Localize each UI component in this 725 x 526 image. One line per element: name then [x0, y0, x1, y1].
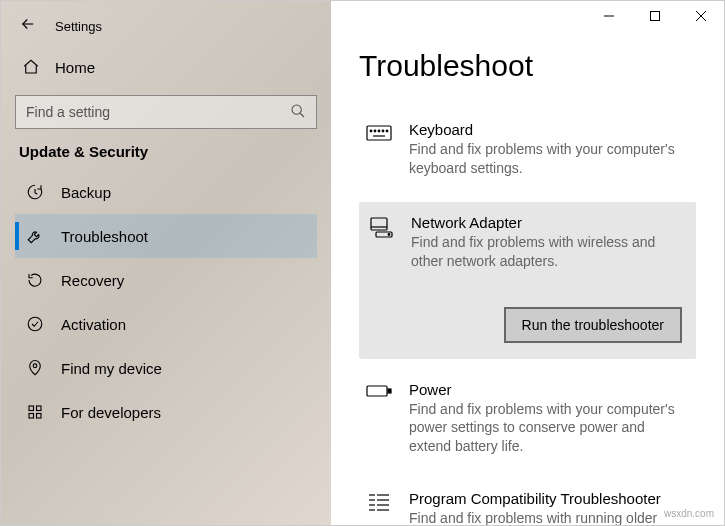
troubleshooter-title: Power: [409, 381, 686, 398]
troubleshooter-power[interactable]: Power Find and fix problems with your co…: [359, 371, 696, 469]
svg-rect-22: [367, 386, 387, 396]
back-icon[interactable]: [19, 15, 37, 37]
run-troubleshooter-button[interactable]: Run the troubleshooter: [504, 307, 682, 343]
sidebar-item-backup[interactable]: Backup: [15, 170, 317, 214]
network-icon: [367, 216, 395, 244]
section-title: Update & Security: [19, 143, 317, 160]
svg-rect-5: [29, 414, 34, 419]
home-icon: [21, 57, 41, 77]
svg-point-14: [378, 130, 380, 132]
watermark: wsxdn.com: [664, 508, 714, 519]
svg-rect-3: [29, 406, 34, 411]
troubleshooter-program-compatibility[interactable]: Program Compatibility Troubleshooter Fin…: [359, 480, 696, 525]
svg-point-13: [374, 130, 376, 132]
page-title: Troubleshoot: [359, 49, 696, 83]
sidebar-item-label: Activation: [61, 316, 126, 333]
troubleshooter-desc: Find and fix problems with your computer…: [409, 400, 686, 457]
svg-point-12: [370, 130, 372, 132]
svg-rect-6: [37, 414, 42, 419]
troubleshooter-network-adapter[interactable]: Network Adapter Find and fix problems wi…: [359, 202, 696, 359]
troubleshooter-title: Program Compatibility Troubleshooter: [409, 490, 686, 507]
main-panel: Troubleshoot Keyboard Find and fix probl…: [331, 1, 724, 525]
troubleshoot-icon: [25, 226, 45, 246]
svg-rect-8: [651, 12, 660, 21]
activation-icon: [25, 314, 45, 334]
troubleshooter-title: Keyboard: [409, 121, 686, 138]
svg-point-0: [292, 105, 301, 114]
svg-rect-11: [367, 126, 391, 140]
power-icon: [365, 383, 393, 411]
search-icon: [290, 103, 306, 122]
recovery-icon: [25, 270, 45, 290]
app-title: Settings: [55, 19, 102, 34]
find-device-icon: [25, 358, 45, 378]
home-label: Home: [55, 59, 95, 76]
svg-rect-4: [37, 406, 42, 411]
sidebar-item-recovery[interactable]: Recovery: [15, 258, 317, 302]
window-controls: [586, 1, 724, 31]
sidebar-item-label: Troubleshoot: [61, 228, 148, 245]
sidebar-item-label: For developers: [61, 404, 161, 421]
maximize-button[interactable]: [632, 1, 678, 31]
minimize-button[interactable]: [586, 1, 632, 31]
sidebar-item-home[interactable]: Home: [15, 47, 317, 87]
troubleshooter-title: Network Adapter: [411, 214, 682, 231]
keyboard-icon: [365, 123, 393, 151]
developers-icon: [25, 402, 45, 422]
svg-point-1: [28, 317, 42, 331]
svg-point-2: [33, 364, 37, 368]
settings-sidebar: Settings Home Find a setting Update & Se…: [1, 1, 331, 525]
close-button[interactable]: [678, 1, 724, 31]
troubleshooter-desc: Find and fix problems with wireless and …: [411, 233, 682, 271]
compat-icon: [365, 492, 393, 520]
sidebar-item-for-developers[interactable]: For developers: [15, 390, 317, 434]
sidebar-item-find-my-device[interactable]: Find my device: [15, 346, 317, 390]
svg-point-15: [382, 130, 384, 132]
title-bar: Settings: [1, 9, 331, 47]
svg-point-16: [386, 130, 388, 132]
sidebar-menu: Backup Troubleshoot Recovery Activation: [15, 170, 317, 434]
troubleshooter-keyboard[interactable]: Keyboard Find and fix problems with your…: [359, 111, 696, 190]
backup-icon: [25, 182, 45, 202]
sidebar-item-activation[interactable]: Activation: [15, 302, 317, 346]
troubleshooter-desc: Find and fix problems with running older…: [409, 509, 686, 525]
search-input[interactable]: Find a setting: [15, 95, 317, 129]
troubleshooter-list: Keyboard Find and fix problems with your…: [359, 111, 696, 525]
sidebar-item-label: Find my device: [61, 360, 162, 377]
search-placeholder: Find a setting: [26, 104, 110, 120]
sidebar-item-label: Backup: [61, 184, 111, 201]
sidebar-item-troubleshoot[interactable]: Troubleshoot: [15, 214, 317, 258]
svg-rect-18: [371, 218, 387, 230]
svg-rect-23: [388, 389, 391, 393]
svg-point-21: [388, 233, 390, 235]
troubleshooter-desc: Find and fix problems with your computer…: [409, 140, 686, 178]
sidebar-item-label: Recovery: [61, 272, 124, 289]
